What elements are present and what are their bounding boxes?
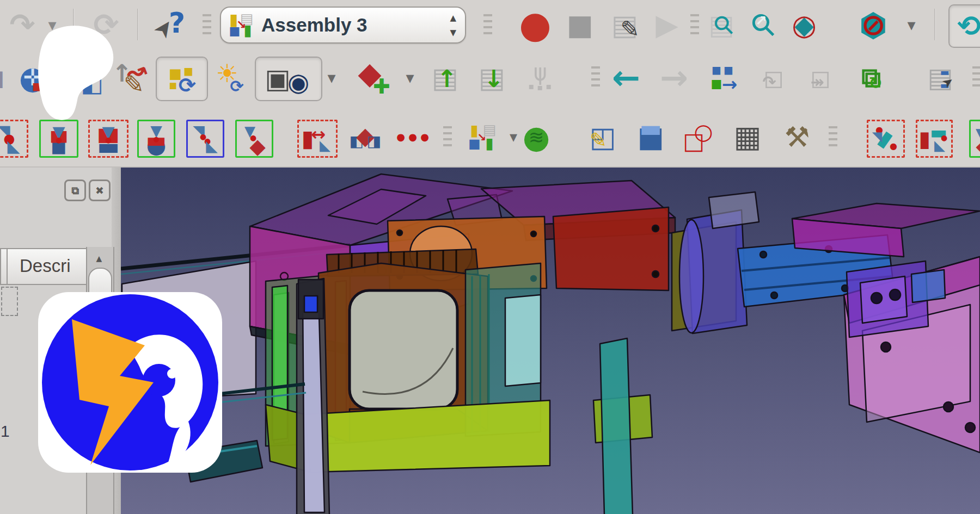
zoom-fit-icon[interactable]: ▤⚲ [706, 8, 737, 42]
toolbar-grip[interactable] [972, 66, 980, 89]
draw-style-caret[interactable]: ▾ [904, 8, 919, 42]
glyph: ▮ [470, 123, 478, 138]
convert-part-icon[interactable]: ▮◼▤▮↘ [460, 120, 504, 154]
viewport-3d[interactable] [121, 166, 980, 514]
constraint-symmetry-icon[interactable]: ◧◆◨ [346, 120, 384, 154]
sync-view-button[interactable]: ⟲ [948, 4, 980, 48]
toolbar-grip[interactable] [443, 126, 452, 148]
glyph: ◼ [712, 64, 721, 76]
toggle-visibility-button[interactable]: ▣◉ [255, 57, 322, 101]
glyph: ▮ [485, 136, 493, 151]
glyph: ⟳ [230, 78, 243, 95]
back-icon[interactable]: ← [608, 60, 645, 96]
datum-caret[interactable]: ▾ [403, 60, 417, 96]
macro-play-icon[interactable]: ▶ [650, 8, 684, 42]
glyph: ↻ [868, 75, 882, 91]
combo-spin-up-icon[interactable]: ▲ [450, 13, 456, 23]
dof-animation-icon[interactable]: ▮●●◥ [867, 120, 905, 158]
constraint-axial-icon[interactable]: ◥●●◣ [186, 120, 224, 158]
glyph: ▪ [546, 82, 552, 91]
glyph: ◣ [934, 138, 945, 152]
constraint-clipped-icon[interactable]: ▼◆ [969, 120, 980, 158]
active-assembly-combo[interactable]: ▮▤◼▮↘Assembly 3▲▼ [220, 7, 466, 44]
glyph: ➤ [940, 73, 956, 90]
toolbar-grip[interactable] [690, 14, 699, 36]
glyph: ◼ [169, 80, 177, 90]
constraint-circular-edge-icon[interactable]: ●▬▼● [137, 120, 175, 158]
bom-table-icon[interactable]: ▦ [730, 120, 765, 154]
glyph: ◥ [0, 123, 10, 139]
more-constraints-icon[interactable]: ●●● [394, 120, 431, 154]
macro-record-icon[interactable]: ● [517, 8, 553, 42]
visibility-caret[interactable]: ▾ [324, 60, 339, 96]
glyph: ◨ [367, 134, 381, 149]
glyph: ▾ [327, 70, 335, 86]
glyph: ▼ [244, 124, 255, 138]
import-all-icon[interactable]: ▤↓ [475, 60, 509, 96]
convert-caret[interactable]: ▾ [506, 120, 520, 154]
glyph: ● [4, 132, 15, 145]
datum-plane-icon[interactable]: ◆✚ [350, 60, 394, 96]
forward-icon[interactable]: → [657, 60, 691, 96]
edit-list-icon[interactable]: ▤▬▬➤ [922, 60, 958, 96]
import-part-icon[interactable]: ▤↑ [428, 60, 462, 96]
update-parts-button[interactable]: ◼◼◼⟳ [156, 57, 208, 101]
glyph: ⊘ [861, 10, 885, 40]
toolbar-grip[interactable] [591, 66, 600, 89]
macro-edit-icon[interactable]: ▤✎ [609, 8, 640, 42]
edit-part-icon[interactable]: ◰✎ [585, 120, 621, 154]
macro-stop-icon[interactable]: ■ [564, 8, 596, 42]
shape-copy-icon[interactable]: ◻↠ [803, 60, 838, 96]
clipped-left-icon[interactable]: ▮ [0, 60, 5, 96]
glyph: ▼ [976, 126, 980, 140]
recursive-copy-icon[interactable]: ⧉↻ [852, 60, 891, 96]
draw-style-alt-icon[interactable]: ◆○ [787, 8, 821, 42]
move-part-icon[interactable]: ◼◼◼→ [703, 60, 743, 96]
glyph: ◼ [710, 76, 722, 90]
constraint-distance-icon[interactable]: ▮↔◣ [297, 120, 338, 158]
glyph: ▮ [301, 127, 314, 150]
zoom-selection-icon[interactable]: ⚲↗ [746, 8, 781, 42]
glyph: ◆ [358, 58, 381, 89]
whats-this-icon[interactable]: ➤? [152, 8, 188, 42]
glyph: ⚲ [708, 10, 739, 40]
glyph: ▤ [478, 64, 505, 92]
glyph: ◆ [356, 124, 375, 148]
draw-style-icon[interactable]: ⬢⊘ [855, 8, 892, 42]
shapes-icon[interactable]: □○ [681, 120, 715, 154]
scroll-up-icon[interactable]: ▲ [88, 249, 111, 268]
glyph: ↑ [437, 67, 457, 91]
glyph: ⬢ [859, 9, 887, 41]
glyph: ◥ [872, 130, 882, 143]
glyph: ▬ [97, 134, 120, 158]
solver-hammer-icon[interactable]: ⚒ [779, 120, 816, 154]
glyph: ✎ [620, 18, 639, 41]
glyph: ▀ [99, 131, 118, 155]
constraint-axis-plane-icon[interactable]: ▼●◆ [235, 120, 273, 158]
glyph: ● [250, 134, 256, 141]
glyph: ● [396, 132, 405, 142]
simple-copy-icon[interactable]: ◻↷ [756, 60, 792, 96]
glyph: ◼ [229, 23, 241, 38]
refresh-solution-icon[interactable]: ☀⟳ [211, 60, 247, 96]
row-number-label: 1 [1, 422, 10, 441]
glyph: ← [612, 61, 640, 95]
hierarchy-icon[interactable]: ⋔▪▪▪ [522, 60, 559, 96]
selected-cell-outline[interactable] [1, 287, 18, 316]
toolbar-grip[interactable] [829, 126, 837, 148]
panel-float-button[interactable]: ⧉ [64, 179, 86, 201]
cube-icon[interactable]: ■▬ [633, 120, 669, 154]
glyph: ◼ [169, 65, 182, 82]
main-toolbar: ↷▾⟳➤?▮▤◼▮↘Assembly 3▲▼●■▤✎▶▤⚲⚲↗◆○⬢⊘▾⟲ ▮●… [0, 0, 980, 168]
sphere-shading-icon[interactable]: ●≋ [519, 120, 553, 154]
toolbar-grip[interactable] [483, 14, 492, 36]
combo-spin-down-icon[interactable]: ▼ [450, 28, 456, 38]
app-window: { "toolbar": { "combo_value": "Assembly … [0, 0, 980, 514]
panel-close-button[interactable]: ✖ [89, 179, 111, 201]
glyph: ▤ [708, 11, 734, 39]
measure-icon[interactable]: ▮▬◣● [916, 120, 953, 158]
toolbar-grip[interactable] [203, 14, 211, 36]
constraint-point-point-icon[interactable]: ◥●◣ [0, 120, 28, 158]
glyph: ● [523, 121, 550, 153]
glyph: ▬ [930, 123, 947, 141]
